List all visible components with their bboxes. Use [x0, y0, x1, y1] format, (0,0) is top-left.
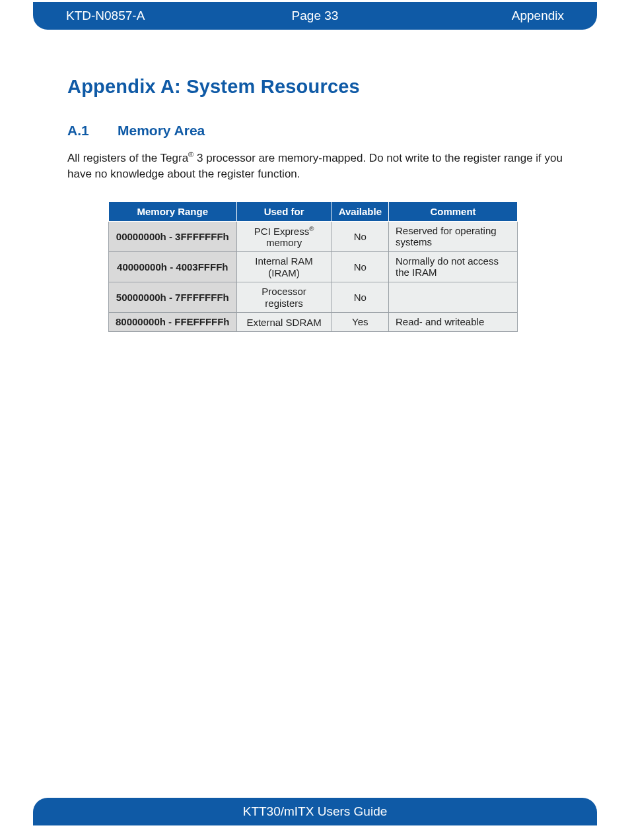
cell-range: 40000000h - 4003FFFFh [109, 251, 237, 282]
memory-table: Memory Range Used for Available Comment … [108, 201, 518, 332]
page: KTD-N0857-A Page 33 Appendix Appendix A:… [0, 0, 630, 840]
cell-used: Internal RAM (IRAM) [236, 251, 332, 282]
cell-used-post: memory [266, 237, 302, 248]
col-used-for: Used for [236, 201, 332, 221]
cell-comment [388, 282, 517, 312]
memory-table-wrap: Memory Range Used for Available Comment … [108, 201, 551, 332]
section-paragraph: All registers of the Tegra® 3 processor … [67, 149, 563, 183]
cell-avail: No [332, 282, 388, 312]
table-row: 40000000h - 4003FFFFh Internal RAM (IRAM… [109, 251, 518, 282]
para-text-pre: All registers of the Tegra [67, 152, 188, 164]
cell-comment: Normally do not access the IRAM [388, 251, 517, 282]
section-name: Appendix [512, 9, 564, 23]
cell-used: External SDRAM [236, 312, 332, 331]
col-comment: Comment [388, 201, 517, 221]
cell-used: PCI Express® memory [236, 221, 332, 251]
content-area: Appendix A: System Resources A.1 Memory … [67, 76, 563, 332]
section-heading: A.1 Memory Area [67, 123, 563, 139]
cell-avail: Yes [332, 312, 388, 331]
cell-range: 50000000h - 7FFFFFFFh [109, 282, 237, 312]
cell-range: 00000000h - 3FFFFFFFh [109, 221, 237, 251]
table-row: 50000000h - 7FFFFFFFh Processor register… [109, 282, 518, 312]
table-row: 00000000h - 3FFFFFFFh PCI Express® memor… [109, 221, 518, 251]
cell-used: Processor registers [236, 282, 332, 312]
header-bar: KTD-N0857-A Page 33 Appendix [33, 2, 597, 30]
cell-used-pre: Internal RAM (IRAM) [255, 255, 313, 278]
cell-comment: Reserved for operating systems [388, 221, 517, 251]
appendix-title: Appendix A: System Resources [67, 76, 563, 98]
cell-range: 80000000h - FFEFFFFFh [109, 312, 237, 331]
section-heading-text: Memory Area [118, 123, 205, 139]
registered-mark: ® [309, 225, 314, 232]
cell-used-pre: PCI Express [254, 226, 309, 237]
cell-used-pre: External SDRAM [246, 317, 321, 328]
footer-bar: KTT30/mITX Users Guide [33, 798, 597, 825]
section-number: A.1 [67, 123, 118, 139]
footer-guide-title: KTT30/mITX Users Guide [243, 804, 388, 819]
cell-avail: No [332, 221, 388, 251]
table-row: 80000000h - FFEFFFFFh External SDRAM Yes… [109, 312, 518, 331]
doc-id: KTD-N0857-A [66, 9, 145, 23]
cell-used-pre: Processor registers [262, 286, 306, 309]
col-memory-range: Memory Range [109, 201, 237, 221]
cell-avail: No [332, 251, 388, 282]
col-available: Available [332, 201, 388, 221]
table-header-row: Memory Range Used for Available Comment [109, 201, 518, 221]
cell-comment: Read- and writeable [388, 312, 517, 331]
